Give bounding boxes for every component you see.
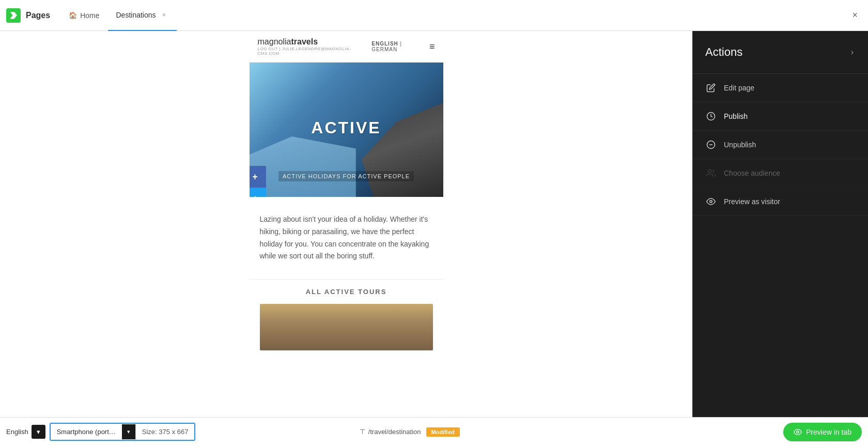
page-path-text: /travel/destination <box>368 428 421 436</box>
tours-image <box>260 304 433 350</box>
svg-point-3 <box>708 170 711 173</box>
top-bar-right: × <box>848 8 862 23</box>
hero-section: ACTIVE ACTIVE HOLIDAYS FOR ACTIVE PEOPLE… <box>250 63 443 197</box>
twitter-icon: t <box>254 194 256 197</box>
preview-tab-label: Preview in tab <box>806 428 851 436</box>
lang-german[interactable]: GERMAN <box>371 47 397 52</box>
home-icon: 🏠 <box>69 11 77 19</box>
device-name-label: Smartphone (port… <box>51 424 122 440</box>
edit-page-label: Edit page <box>724 84 754 92</box>
circle-minus-icon <box>705 139 717 150</box>
share-icon: + <box>252 172 258 182</box>
pencil-icon <box>705 82 717 94</box>
site-header: magnoliatravels LOG OUT | JULIE.LEGENDRE… <box>250 31 443 63</box>
clock-icon <box>705 111 717 122</box>
action-edit-page[interactable]: Edit page <box>693 74 868 102</box>
logo-travels: travels <box>291 37 318 46</box>
body-text: Lazing about isn't your idea of a holida… <box>260 213 433 263</box>
language-dropdown-button[interactable]: ▾ <box>32 425 45 439</box>
hero-title: ACTIVE <box>311 118 381 137</box>
social-share-buttons: + t f <box>250 166 266 197</box>
actions-header: Actions › <box>693 31 868 74</box>
eye-icon <box>705 196 717 207</box>
device-selector: Smartphone (port… ▾ Size: 375 x 667 <box>50 423 196 441</box>
preview-visitor-label: Preview as visitor <box>724 197 780 206</box>
tab-close-icon[interactable]: × <box>160 11 168 19</box>
preview-in-tab-button[interactable]: Preview in tab <box>783 423 862 441</box>
page-body: Lazing about isn't your idea of a holida… <box>250 197 443 279</box>
lang-separator: | <box>398 41 402 47</box>
window-close-button[interactable]: × <box>848 8 862 23</box>
unpublish-label: Unpublish <box>724 141 756 149</box>
bottom-bar: English ▾ Smartphone (port… ▾ Size: 375 … <box>0 417 868 446</box>
hero-subtitle: ACTIVE HOLIDAYS FOR ACTIVE PEOPLE <box>278 171 414 181</box>
tab-destinations-label: Destinations <box>116 11 156 19</box>
svg-point-5 <box>797 431 799 433</box>
top-bar: Pages 🏠 Home Destinations × × <box>0 0 868 31</box>
language-label: English <box>6 428 28 436</box>
actions-panel: Actions › Edit page Publish <box>692 31 868 417</box>
hamburger-menu[interactable]: ≡ <box>429 41 435 52</box>
language-menu[interactable]: ENGLISH | GERMAN <box>371 41 429 52</box>
page-path: ⊤ /travel/destination <box>360 428 421 436</box>
logo-magnolia: magnolia <box>258 37 291 46</box>
tours-heading: ALL ACTIVE TOURS <box>260 288 433 296</box>
action-preview-visitor[interactable]: Preview as visitor <box>693 188 868 216</box>
action-choose-audience: Choose audience <box>693 159 868 188</box>
path-icon: ⊤ <box>360 428 365 436</box>
lang-english[interactable]: ENGLISH <box>371 41 398 47</box>
tours-section: ALL ACTIVE TOURS <box>250 279 443 359</box>
app-title: Pages <box>26 11 50 20</box>
choose-audience-label: Choose audience <box>724 169 780 177</box>
tab-home[interactable]: 🏠 Home <box>60 0 107 31</box>
device-chevron-button[interactable]: ▾ <box>122 424 135 439</box>
preview-eye-icon <box>794 428 802 436</box>
modified-badge: Modified <box>426 427 460 437</box>
action-publish[interactable]: Publish <box>693 102 868 131</box>
group-icon <box>705 167 717 179</box>
preview-area: magnoliatravels LOG OUT | JULIE.LEGENDRE… <box>0 31 692 417</box>
share-button[interactable]: + <box>250 166 266 188</box>
tab-home-label: Home <box>80 11 99 20</box>
action-unpublish[interactable]: Unpublish <box>693 131 868 159</box>
logo-sub: LOG OUT | JULIE.LEGENDRE@MAGNOLIA-CMS.CO… <box>258 47 372 56</box>
twitter-button[interactable]: t <box>250 188 266 197</box>
actions-collapse-button[interactable]: › <box>849 45 856 59</box>
app-icon <box>6 8 21 23</box>
actions-title: Actions <box>705 45 742 59</box>
site-logo: magnoliatravels LOG OUT | JULIE.LEGENDRE… <box>258 37 372 56</box>
tab-destinations[interactable]: Destinations × <box>108 0 177 31</box>
bottom-center: ⊤ /travel/destination Modified <box>360 427 460 437</box>
device-size-label: Size: 375 x 667 <box>135 424 195 440</box>
svg-point-4 <box>710 201 712 203</box>
publish-label: Publish <box>724 112 748 120</box>
main-area: magnoliatravels LOG OUT | JULIE.LEGENDRE… <box>0 31 868 417</box>
page-content: magnoliatravels LOG OUT | JULIE.LEGENDRE… <box>250 31 443 359</box>
language-selector: English ▾ <box>6 425 45 439</box>
